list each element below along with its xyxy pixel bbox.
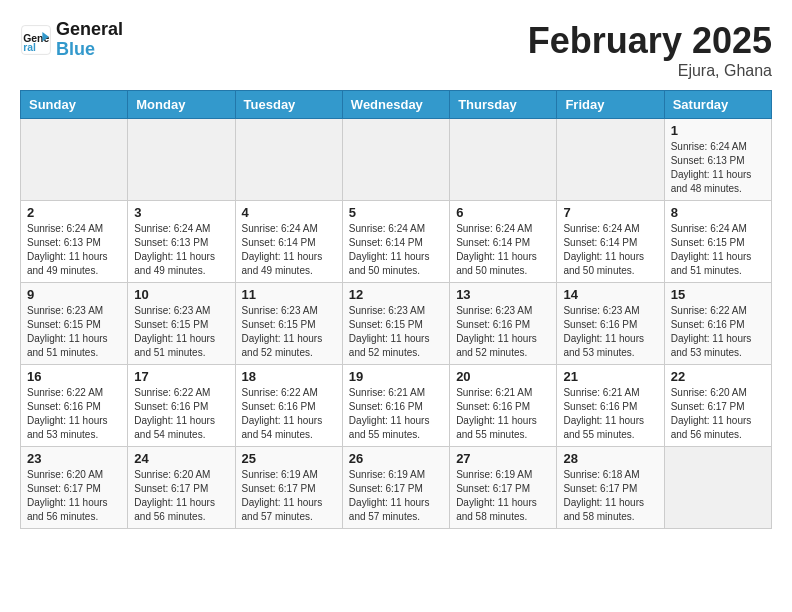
calendar-cell: 21Sunrise: 6:21 AM Sunset: 6:16 PM Dayli… — [557, 365, 664, 447]
calendar-cell: 18Sunrise: 6:22 AM Sunset: 6:16 PM Dayli… — [235, 365, 342, 447]
calendar-cell: 25Sunrise: 6:19 AM Sunset: 6:17 PM Dayli… — [235, 447, 342, 529]
logo-line1: General — [56, 20, 123, 40]
calendar-cell — [450, 119, 557, 201]
calendar-table: SundayMondayTuesdayWednesdayThursdayFrid… — [20, 90, 772, 529]
day-info: Sunrise: 6:20 AM Sunset: 6:17 PM Dayligh… — [671, 386, 765, 442]
day-number: 4 — [242, 205, 336, 220]
day-number: 22 — [671, 369, 765, 384]
day-number: 17 — [134, 369, 228, 384]
day-info: Sunrise: 6:22 AM Sunset: 6:16 PM Dayligh… — [242, 386, 336, 442]
day-info: Sunrise: 6:19 AM Sunset: 6:17 PM Dayligh… — [349, 468, 443, 524]
calendar-cell: 14Sunrise: 6:23 AM Sunset: 6:16 PM Dayli… — [557, 283, 664, 365]
calendar-cell: 4Sunrise: 6:24 AM Sunset: 6:14 PM Daylig… — [235, 201, 342, 283]
day-number: 24 — [134, 451, 228, 466]
logo-icon: Gene ral — [20, 24, 52, 56]
day-number: 13 — [456, 287, 550, 302]
weekday-header-wednesday: Wednesday — [342, 91, 449, 119]
day-number: 15 — [671, 287, 765, 302]
day-info: Sunrise: 6:20 AM Sunset: 6:17 PM Dayligh… — [27, 468, 121, 524]
svg-text:ral: ral — [23, 42, 36, 53]
weekday-header-saturday: Saturday — [664, 91, 771, 119]
month-title: February 2025 — [528, 20, 772, 62]
day-info: Sunrise: 6:19 AM Sunset: 6:17 PM Dayligh… — [456, 468, 550, 524]
day-info: Sunrise: 6:24 AM Sunset: 6:13 PM Dayligh… — [134, 222, 228, 278]
calendar-cell: 1Sunrise: 6:24 AM Sunset: 6:13 PM Daylig… — [664, 119, 771, 201]
calendar-cell — [557, 119, 664, 201]
calendar-cell: 10Sunrise: 6:23 AM Sunset: 6:15 PM Dayli… — [128, 283, 235, 365]
day-info: Sunrise: 6:23 AM Sunset: 6:15 PM Dayligh… — [242, 304, 336, 360]
day-info: Sunrise: 6:24 AM Sunset: 6:14 PM Dayligh… — [563, 222, 657, 278]
calendar-cell: 16Sunrise: 6:22 AM Sunset: 6:16 PM Dayli… — [21, 365, 128, 447]
weekday-header-friday: Friday — [557, 91, 664, 119]
location-title: Ejura, Ghana — [528, 62, 772, 80]
day-number: 20 — [456, 369, 550, 384]
page-header: Gene ral General Blue February 2025 Ejur… — [20, 20, 772, 80]
day-number: 10 — [134, 287, 228, 302]
day-info: Sunrise: 6:24 AM Sunset: 6:13 PM Dayligh… — [27, 222, 121, 278]
day-info: Sunrise: 6:23 AM Sunset: 6:15 PM Dayligh… — [134, 304, 228, 360]
calendar-cell: 12Sunrise: 6:23 AM Sunset: 6:15 PM Dayli… — [342, 283, 449, 365]
day-number: 14 — [563, 287, 657, 302]
calendar-cell: 24Sunrise: 6:20 AM Sunset: 6:17 PM Dayli… — [128, 447, 235, 529]
calendar-cell: 20Sunrise: 6:21 AM Sunset: 6:16 PM Dayli… — [450, 365, 557, 447]
calendar-cell: 5Sunrise: 6:24 AM Sunset: 6:14 PM Daylig… — [342, 201, 449, 283]
calendar-cell: 15Sunrise: 6:22 AM Sunset: 6:16 PM Dayli… — [664, 283, 771, 365]
weekday-header-monday: Monday — [128, 91, 235, 119]
day-info: Sunrise: 6:20 AM Sunset: 6:17 PM Dayligh… — [134, 468, 228, 524]
day-number: 11 — [242, 287, 336, 302]
calendar-cell: 23Sunrise: 6:20 AM Sunset: 6:17 PM Dayli… — [21, 447, 128, 529]
calendar-cell — [128, 119, 235, 201]
weekday-header-sunday: Sunday — [21, 91, 128, 119]
day-number: 25 — [242, 451, 336, 466]
day-number: 19 — [349, 369, 443, 384]
calendar-cell: 19Sunrise: 6:21 AM Sunset: 6:16 PM Dayli… — [342, 365, 449, 447]
day-info: Sunrise: 6:22 AM Sunset: 6:16 PM Dayligh… — [27, 386, 121, 442]
day-number: 1 — [671, 123, 765, 138]
calendar-cell: 11Sunrise: 6:23 AM Sunset: 6:15 PM Dayli… — [235, 283, 342, 365]
calendar-cell — [664, 447, 771, 529]
day-info: Sunrise: 6:19 AM Sunset: 6:17 PM Dayligh… — [242, 468, 336, 524]
title-area: February 2025 Ejura, Ghana — [528, 20, 772, 80]
calendar-week-3: 9Sunrise: 6:23 AM Sunset: 6:15 PM Daylig… — [21, 283, 772, 365]
day-number: 21 — [563, 369, 657, 384]
day-number: 5 — [349, 205, 443, 220]
calendar-cell: 22Sunrise: 6:20 AM Sunset: 6:17 PM Dayli… — [664, 365, 771, 447]
day-number: 3 — [134, 205, 228, 220]
day-info: Sunrise: 6:24 AM Sunset: 6:14 PM Dayligh… — [456, 222, 550, 278]
weekday-header-thursday: Thursday — [450, 91, 557, 119]
day-number: 6 — [456, 205, 550, 220]
calendar-cell: 3Sunrise: 6:24 AM Sunset: 6:13 PM Daylig… — [128, 201, 235, 283]
calendar-week-5: 23Sunrise: 6:20 AM Sunset: 6:17 PM Dayli… — [21, 447, 772, 529]
day-info: Sunrise: 6:24 AM Sunset: 6:14 PM Dayligh… — [349, 222, 443, 278]
day-info: Sunrise: 6:23 AM Sunset: 6:15 PM Dayligh… — [349, 304, 443, 360]
day-number: 26 — [349, 451, 443, 466]
day-number: 23 — [27, 451, 121, 466]
calendar-cell: 2Sunrise: 6:24 AM Sunset: 6:13 PM Daylig… — [21, 201, 128, 283]
calendar-week-1: 1Sunrise: 6:24 AM Sunset: 6:13 PM Daylig… — [21, 119, 772, 201]
day-info: Sunrise: 6:22 AM Sunset: 6:16 PM Dayligh… — [671, 304, 765, 360]
day-number: 27 — [456, 451, 550, 466]
calendar-cell: 7Sunrise: 6:24 AM Sunset: 6:14 PM Daylig… — [557, 201, 664, 283]
calendar-cell — [21, 119, 128, 201]
day-info: Sunrise: 6:21 AM Sunset: 6:16 PM Dayligh… — [456, 386, 550, 442]
day-info: Sunrise: 6:18 AM Sunset: 6:17 PM Dayligh… — [563, 468, 657, 524]
day-number: 18 — [242, 369, 336, 384]
day-number: 12 — [349, 287, 443, 302]
day-number: 8 — [671, 205, 765, 220]
calendar-cell: 6Sunrise: 6:24 AM Sunset: 6:14 PM Daylig… — [450, 201, 557, 283]
calendar-cell: 17Sunrise: 6:22 AM Sunset: 6:16 PM Dayli… — [128, 365, 235, 447]
logo-line2: Blue — [56, 40, 123, 60]
calendar-header: SundayMondayTuesdayWednesdayThursdayFrid… — [21, 91, 772, 119]
day-info: Sunrise: 6:22 AM Sunset: 6:16 PM Dayligh… — [134, 386, 228, 442]
day-info: Sunrise: 6:21 AM Sunset: 6:16 PM Dayligh… — [563, 386, 657, 442]
day-number: 28 — [563, 451, 657, 466]
calendar-cell — [342, 119, 449, 201]
calendar-week-4: 16Sunrise: 6:22 AM Sunset: 6:16 PM Dayli… — [21, 365, 772, 447]
calendar-cell — [235, 119, 342, 201]
calendar-cell: 26Sunrise: 6:19 AM Sunset: 6:17 PM Dayli… — [342, 447, 449, 529]
weekday-header-tuesday: Tuesday — [235, 91, 342, 119]
calendar-cell: 13Sunrise: 6:23 AM Sunset: 6:16 PM Dayli… — [450, 283, 557, 365]
calendar-cell: 9Sunrise: 6:23 AM Sunset: 6:15 PM Daylig… — [21, 283, 128, 365]
day-info: Sunrise: 6:23 AM Sunset: 6:16 PM Dayligh… — [456, 304, 550, 360]
calendar-cell: 27Sunrise: 6:19 AM Sunset: 6:17 PM Dayli… — [450, 447, 557, 529]
